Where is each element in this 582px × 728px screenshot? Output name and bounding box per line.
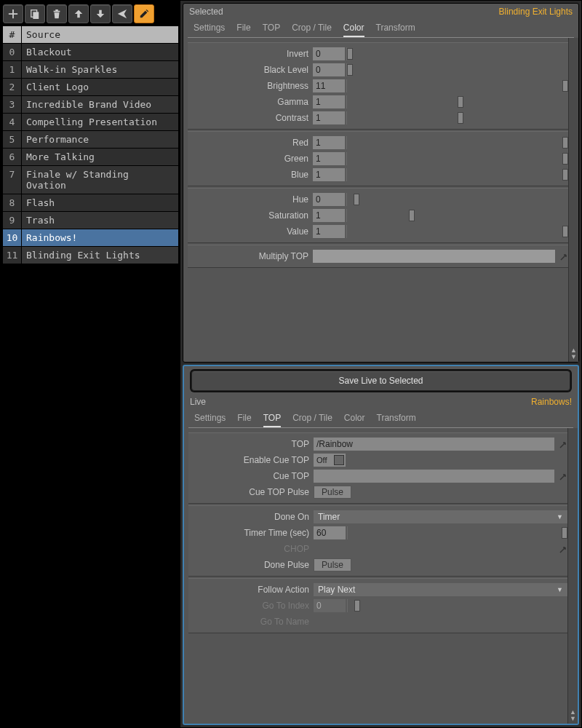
selected-tab-settings[interactable]: Settings [194,21,225,37]
hue-slider[interactable] [346,193,568,206]
save-live-button[interactable]: Save Live to Selected [191,371,570,391]
top-input[interactable] [314,438,554,451]
selected-tab-transform[interactable]: Transform [376,21,415,37]
green-slider[interactable] [346,152,568,165]
selected-tab-file[interactable]: File [236,21,250,37]
live-top-params: TOP Enable Cue TOPOff Cue TOP Cue TOP Pu… [184,428,578,639]
live-header: Live Rainbows! [184,394,578,407]
delete-button[interactable] [47,4,67,23]
move-up-button[interactable] [68,4,89,23]
cue-row[interactable]: 11Blinding Exit Lights [3,247,178,264]
cue-row[interactable]: 0Blackout [3,44,178,61]
selected-tab-color[interactable]: Color [343,21,364,37]
param-enable-cue-top: Enable Cue TOPOff [188,452,570,468]
contrast-slider[interactable] [346,111,568,124]
cue-row-index: 1 [3,61,22,78]
live-tabs: SettingsFileTOPCrop / TileColorTransform [188,407,573,428]
cue-row[interactable]: 7Finale w/ Standing Ovation [3,166,178,194]
chevron-down-icon: ▼ [557,513,563,521]
gamma-value[interactable] [313,95,345,108]
cue-list: 0Blackout1Walk-in Sparkles2Client Logo3I… [3,44,178,264]
selected-tab-top[interactable]: TOP [263,21,280,37]
cue-row[interactable]: 1Walk-in Sparkles [3,61,178,79]
live-tab-settings[interactable]: Settings [194,411,226,427]
app-root: # Source 0Blackout1Walk-in Sparkles2Clie… [0,0,582,728]
cue-row[interactable]: 2Client Logo [3,79,178,96]
invert-value[interactable] [313,47,345,60]
cue-top-input[interactable] [314,470,554,483]
blue-slider[interactable] [346,168,568,181]
param-go-to-index: Go To Index [188,598,570,614]
edit-button[interactable] [134,4,154,23]
move-down-button[interactable] [90,4,111,23]
cue-row-name: Blinding Exit Lights [22,247,178,264]
go-to-index-value[interactable] [314,599,346,612]
cue-row-index: 8 [3,194,22,211]
done-on-dropdown[interactable]: Timer▼ [314,510,567,523]
param-timer-time: Timer Time (sec) [188,525,570,541]
multiply-top-input[interactable] [313,250,555,263]
cue-row[interactable]: 8Flash [3,194,178,212]
param-contrast: Contrast [188,110,571,126]
cue-row[interactable]: 9Trash [3,212,178,229]
contrast-value[interactable] [313,111,345,124]
live-tab-file[interactable]: File [237,411,251,427]
live-tab-top[interactable]: TOP [263,411,281,427]
red-slider[interactable] [346,136,568,149]
selected-scrollbar[interactable]: ▲▼ [568,38,578,362]
chevron-down-icon: ▼ [557,586,563,593]
cue-row-index: 10 [3,229,22,246]
param-go-to-name: Go To Name [188,614,570,630]
param-brightness: Brightness [188,78,571,94]
enable-cue-top-toggle[interactable]: Off [314,454,346,467]
param-cue-top: Cue TOP [188,468,570,484]
saturation-slider[interactable] [346,209,568,222]
black-level-value[interactable] [313,63,345,76]
live-panel: Save Live to Selected Live Rainbows! Set… [183,365,579,726]
cue-row[interactable]: 3Incredible Brand Video [3,96,178,114]
selected-tabs: SettingsFileTOPCrop / TileColorTransform [188,17,574,38]
selected-title: Selected [189,7,223,17]
invert-slider[interactable] [346,47,568,60]
live-tab-transform[interactable]: Transform [377,411,416,427]
selected-color-params: Invert Black Level Brightness Gamma Cont… [183,38,578,274]
go-to-index-slider[interactable] [347,599,567,612]
timer-time-value[interactable] [314,526,346,539]
list-header-source: Source [22,26,178,43]
done-pulse-button[interactable]: Pulse [314,558,351,571]
cue-top-pulse-button[interactable]: Pulse [314,486,351,499]
blue-value[interactable] [313,168,345,181]
brightness-value[interactable] [313,79,345,92]
value-value[interactable] [313,225,345,238]
green-value[interactable] [313,152,345,165]
param-done-pulse: Done PulsePulse [188,557,570,573]
red-value[interactable] [313,136,345,149]
send-button[interactable] [112,4,132,23]
right-panels: Selected Blinding Exit Lights SettingsFi… [180,1,581,727]
param-black-level: Black Level [188,62,571,78]
copy-button[interactable] [25,4,45,23]
follow-action-dropdown[interactable]: Play Next▼ [314,583,567,596]
hue-value[interactable] [313,193,345,206]
cue-row[interactable]: 5Performance [3,131,178,149]
timer-time-slider[interactable] [347,526,567,539]
value-slider[interactable] [346,225,568,238]
cue-row-index: 9 [3,212,22,229]
live-scrollbar[interactable]: ▲▼ [567,428,578,724]
black-level-slider[interactable] [346,63,568,76]
brightness-slider[interactable] [346,79,568,92]
param-green: Green [188,151,571,167]
cue-row[interactable]: 4Compelling Presentation [3,114,178,131]
gamma-slider[interactable] [346,95,568,108]
add-button[interactable] [3,4,23,23]
param-done-on: Done OnTimer▼ [188,509,570,525]
saturation-value[interactable] [313,209,345,222]
selected-tab-crop-tile[interactable]: Crop / Tile [292,21,332,37]
live-tab-color[interactable]: Color [344,411,365,427]
selected-panel: Selected Blinding Exit Lights SettingsFi… [183,3,579,363]
param-cue-top-pulse: Cue TOP PulsePulse [188,484,570,500]
list-header-index: # [3,26,22,43]
cue-row[interactable]: 6More Talking [3,149,178,166]
live-tab-crop-tile[interactable]: Crop / Tile [292,411,332,427]
cue-row[interactable]: 10Rainbows! [3,229,178,247]
